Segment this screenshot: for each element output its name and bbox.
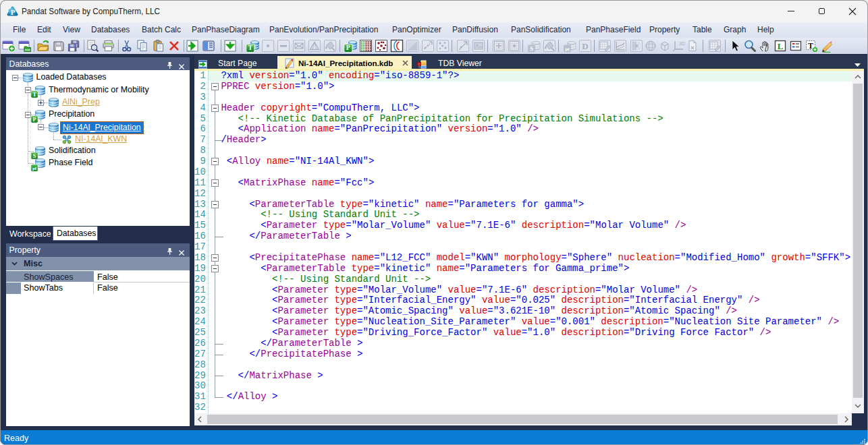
svg-text:S: S bbox=[530, 45, 533, 52]
svg-text:S: S bbox=[33, 152, 36, 158]
svg-text:T: T bbox=[808, 41, 813, 51]
svg-text:L: L bbox=[778, 41, 784, 51]
svg-text:3D: 3D bbox=[679, 41, 685, 46]
svg-text:P: P bbox=[11, 7, 16, 16]
svg-text:pf: pf bbox=[32, 165, 37, 171]
svg-text:pf: pf bbox=[565, 47, 570, 52]
svg-text:D: D bbox=[582, 41, 588, 51]
svg-text:P: P bbox=[346, 44, 350, 51]
svg-text:T: T bbox=[32, 92, 36, 98]
svg-text:P: P bbox=[33, 116, 36, 122]
svg-text:T: T bbox=[248, 44, 252, 51]
